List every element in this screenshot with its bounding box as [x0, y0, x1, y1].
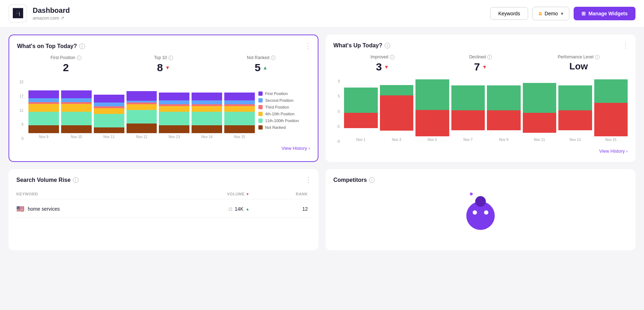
- y-label-11: 11: [17, 109, 23, 112]
- search-volume-row-0[interactable]: 🇺🇸 home services ⊡ 14K ▲ 12: [16, 201, 311, 217]
- whats-on-top-card: What's on Top Today? i ⋮ First Position …: [9, 35, 318, 162]
- bar-group-2[interactable]: [94, 80, 124, 133]
- bi-x-label-1: Nov 3: [380, 138, 414, 142]
- bar-group-0[interactable]: [28, 80, 59, 133]
- x-label-1: Nov 10: [61, 135, 92, 139]
- x-label-0: Nov 9: [28, 135, 59, 139]
- whats-up-info-icon[interactable]: i: [385, 43, 390, 48]
- bi-bar-3[interactable]: [451, 79, 485, 136]
- competitors-header: Competitors i: [333, 177, 628, 183]
- bar-group-5[interactable]: [192, 80, 222, 133]
- performance-info-icon[interactable]: i: [595, 55, 600, 59]
- whats-on-top-stats: First Position i 2 Top 10 i 8 ▼ Not Rank…: [17, 55, 310, 74]
- whats-up-stats: Improved i 3 ▼ Declined i 7 ▼: [333, 54, 628, 73]
- demo-label: Demo: [544, 11, 558, 16]
- y-label-0: 0: [17, 137, 23, 141]
- site-link[interactable]: amazon.com ↗: [33, 15, 64, 21]
- chart-and-legend: Nov 9 Nov 10 Nov 11 Nov 12 Nov 13 Nov 14…: [28, 80, 310, 141]
- x-label-6: Nov 15: [224, 135, 255, 139]
- bar-group-1[interactable]: [61, 80, 92, 133]
- stat-top10-label: Top 10 i: [115, 55, 213, 60]
- chart-legend: First Position Second Position Third Pos…: [258, 80, 310, 141]
- stat-declined-label: Declined i: [431, 54, 530, 59]
- bi-bar-7[interactable]: [594, 79, 628, 136]
- stat-first-info-icon[interactable]: i: [77, 56, 81, 60]
- volume-trend-icon: ▲: [246, 207, 249, 211]
- stat-not-ranked-info-icon[interactable]: i: [271, 56, 275, 60]
- grid-icon: ⊞: [581, 11, 586, 16]
- search-volume-table-header: KEYWORD VOLUME ▼ RANK: [16, 189, 311, 199]
- declined-info-icon[interactable]: i: [487, 55, 492, 59]
- x-axis: Nov 9 Nov 10 Nov 11 Nov 12 Nov 13 Nov 14…: [28, 135, 255, 139]
- whats-on-top-title: What's on Top Today?: [17, 43, 77, 49]
- legend-item-third: Third Position: [258, 105, 310, 109]
- declined-trend-icon: ▼: [482, 64, 487, 70]
- logo-container: 🅰: [9, 4, 27, 23]
- bi-x-label-0: Nov 1: [344, 138, 378, 142]
- search-volume-menu[interactable]: ⋮: [305, 175, 312, 184]
- manage-widgets-button[interactable]: ⊞ Manage Widgets: [574, 7, 635, 20]
- bi-bar-0[interactable]: [344, 79, 378, 136]
- manage-label: Manage Widgets: [589, 11, 628, 16]
- keywords-button[interactable]: Keywords: [490, 7, 528, 20]
- x-label-4: Nov 13: [159, 135, 189, 139]
- x-label-5: Nov 14: [192, 135, 222, 139]
- bi-x-axis: Nov 1 Nov 3 Nov 5 Nov 7 Nov 9 Nov 11 Nov…: [344, 138, 628, 142]
- stat-performance-label: Performance Level i: [530, 54, 628, 59]
- row-volume-cell: ⊡ 14K ▲: [191, 206, 249, 212]
- competitors-illustration: [333, 189, 628, 242]
- view-history-link[interactable]: View History ›: [281, 146, 310, 151]
- not-ranked-trend-icon: ▲: [263, 65, 268, 70]
- whats-on-top-view-history: View History ›: [17, 145, 310, 151]
- chevron-down-icon: ▾: [561, 11, 563, 16]
- bi-x-label-2: Nov 5: [415, 138, 449, 142]
- legend-item-first: First Position: [258, 91, 310, 96]
- improved-info-icon[interactable]: i: [390, 55, 395, 59]
- volume-value: 14K: [235, 206, 243, 212]
- stat-first-position: First Position i 2: [17, 55, 115, 74]
- stat-performance: Performance Level i Low: [530, 54, 628, 73]
- bi-bar-5[interactable]: [523, 79, 557, 136]
- bi-bar-4[interactable]: [487, 79, 521, 136]
- competitors-card: Competitors i: [326, 169, 635, 250]
- whats-up-title: What's Up Today?: [333, 42, 382, 49]
- bi-bar-6[interactable]: [558, 79, 592, 136]
- search-volume-info-icon[interactable]: i: [73, 177, 79, 183]
- whats-up-view-history-link[interactable]: View History ›: [599, 148, 628, 154]
- stat-top10: Top 10 i 8 ▼: [115, 55, 213, 74]
- bi-x-label-5: Nov 11: [523, 138, 557, 142]
- stat-top10-info-icon[interactable]: i: [168, 56, 173, 60]
- competitors-info-icon[interactable]: i: [369, 177, 375, 183]
- y-label-17: 17: [17, 94, 23, 98]
- stat-improved: Improved i 3 ▼: [333, 54, 431, 73]
- legend-item-not-ranked: Not Ranked: [258, 125, 310, 130]
- bi-bar-2[interactable]: [415, 79, 449, 136]
- x-label-2: Nov 11: [94, 135, 124, 139]
- stat-first-position-label: First Position i: [17, 55, 115, 60]
- keyword-text: home services: [28, 206, 60, 212]
- whats-on-top-info-icon[interactable]: i: [79, 43, 85, 49]
- top10-trend-icon: ▼: [165, 65, 170, 70]
- bar-group-6[interactable]: [224, 80, 255, 133]
- page-title: Dashboard: [33, 6, 484, 15]
- bar-group-4[interactable]: [159, 80, 189, 133]
- stat-not-ranked: Not Ranked i 5 ▲: [212, 55, 310, 74]
- stat-not-ranked-label: Not Ranked i: [212, 55, 310, 60]
- whats-on-top-menu[interactable]: ⋮: [304, 42, 311, 50]
- whats-up-menu[interactable]: ⋮: [622, 41, 629, 49]
- bi-x-label-6: Nov 13: [558, 138, 592, 142]
- volume-sort-icon[interactable]: ▼: [246, 192, 249, 196]
- us-flag-icon: 🇺🇸: [16, 205, 24, 213]
- stat-top10-value: 8 ▼: [115, 62, 213, 74]
- legend-item-second: Second Position: [258, 98, 310, 103]
- col-volume-header: VOLUME ▼: [191, 192, 249, 196]
- stat-improved-label: Improved i: [333, 54, 431, 59]
- brand-info: Dashboard amazon.com ↗: [33, 6, 484, 21]
- bi-y-axis: 9 5 0 -5 -9: [333, 79, 341, 143]
- search-volume-card: Search Volume Rise i ⋮ KEYWORD VOLUME ▼ …: [9, 169, 318, 250]
- bar-group-3[interactable]: [127, 80, 157, 133]
- bi-bar-1[interactable]: [380, 79, 414, 136]
- bi-x-label-7: Nov 15: [594, 138, 628, 142]
- stat-first-position-value: 2: [17, 62, 115, 74]
- demo-button[interactable]: a Demo ▾: [532, 7, 569, 20]
